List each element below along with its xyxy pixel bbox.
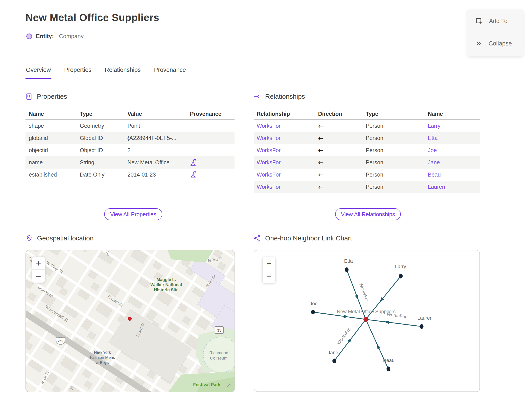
poi-label: Festival Park [193, 382, 220, 387]
poi-label: Maggie L. [157, 277, 176, 282]
zoom-out-button[interactable]: − [263, 270, 275, 283]
table-row: WorksFor ← Person Jane [254, 156, 480, 169]
table-row: objectid Object ID 2 [26, 144, 234, 156]
col-type: Type [76, 111, 124, 117]
relationship-link[interactable]: WorksFor [254, 171, 315, 178]
add-to-label: Add To [489, 18, 508, 25]
map-zoom-control: + − [32, 256, 45, 283]
geospatial-map[interactable]: k Rd W Clay St Sa arshall St W Marshall … [26, 250, 235, 392]
svg-text:New Metal Office Suppliers: New Metal Office Suppliers [337, 309, 396, 314]
entity-type-icon [26, 34, 32, 39]
table-row: shape Geometry Point [26, 120, 234, 132]
double-chevron-right-icon [475, 40, 482, 47]
quick-actions-panel: Add To Collapse [467, 10, 523, 56]
relationship-link[interactable]: WorksFor [254, 135, 315, 141]
svg-text:WorksFor: WorksFor [359, 282, 370, 303]
page-title: New Metal Office Suppliers [26, 12, 159, 24]
direction-arrow: ← [315, 159, 363, 166]
zoom-out-button[interactable]: − [32, 270, 45, 283]
chart-zoom-control: + − [263, 257, 275, 283]
properties-icon [26, 93, 32, 100]
collapse-label: Collapse [489, 40, 512, 47]
entity-link[interactable]: Larry [425, 123, 480, 129]
svg-text:Joe: Joe [310, 301, 317, 306]
svg-text:Etta: Etta [344, 258, 353, 264]
relationships-icon [254, 93, 261, 100]
table-row: name String New Metal Office ... [26, 156, 234, 169]
entity-detail-page: New Metal Office Suppliers Entity: Compa… [0, 0, 532, 405]
svg-text:33: 33 [217, 328, 221, 332]
view-all-relationships-button[interactable]: View All Relationships [335, 208, 401, 220]
link-chart-section-title: One-hop Neighbor Link Chart [265, 234, 352, 242]
relationship-link[interactable]: WorksFor [254, 123, 315, 129]
add-to-icon [475, 17, 483, 25]
svg-text:Jane: Jane [328, 350, 338, 355]
relationship-link[interactable]: WorksFor [254, 159, 315, 166]
geospatial-section-title: Geospatial location [37, 234, 93, 242]
entity-link[interactable]: Lauren [425, 184, 480, 190]
table-row: WorksFor ← Person Beau [254, 169, 480, 181]
table-row: WorksFor ← Person Larry [254, 120, 480, 132]
provenance-flag-icon[interactable] [190, 171, 197, 179]
entity-label: Entity: [36, 33, 54, 40]
svg-text:Beau: Beau [383, 358, 394, 363]
svg-text:Lauren: Lauren [417, 315, 433, 321]
svg-text:Coliseum: Coliseum [210, 356, 227, 360]
collapse-button[interactable]: Collapse [475, 40, 512, 47]
col-provenance: Provenance [187, 111, 234, 117]
svg-text:Walker National: Walker National [151, 282, 182, 287]
entity-link[interactable]: Beau [425, 171, 480, 178]
properties-section-header: Properties [26, 93, 67, 100]
tab-overview[interactable]: Overview [26, 67, 51, 79]
zoom-in-button[interactable]: + [263, 257, 275, 270]
col-name: Name [26, 111, 76, 117]
tab-relationships[interactable]: Relationships [104, 67, 141, 79]
poi-label: New York [94, 350, 111, 355]
svg-text:250: 250 [58, 339, 63, 343]
tab-provenance[interactable]: Provenance [154, 67, 186, 79]
svg-text:WorksFor: WorksFor [336, 326, 352, 345]
table-row: WorksFor ← Person Joe [254, 144, 480, 156]
tab-properties[interactable]: Properties [64, 67, 92, 79]
direction-arrow: ← [315, 183, 363, 191]
svg-text:& Boys: & Boys [96, 360, 109, 365]
entity-badge: Entity: Company [26, 33, 84, 40]
geospatial-section-header: Geospatial location [26, 234, 93, 242]
properties-table-header: Name Type Value Provenance [26, 108, 234, 120]
svg-text:Fashion Mens: Fashion Mens [90, 355, 115, 360]
add-to-button[interactable]: Add To [475, 17, 508, 25]
link-chart-canvas: WorksForWorksForWorksForEttaLarryJoeLaur… [254, 250, 480, 392]
properties-section-title: Properties [37, 93, 67, 100]
one-hop-link-chart[interactable]: WorksForWorksForWorksForEttaLarryJoeLaur… [254, 250, 480, 392]
view-all-properties-button[interactable]: View All Properties [104, 208, 162, 220]
direction-arrow: ← [315, 134, 363, 142]
entity-link[interactable]: Joe [425, 147, 480, 154]
col-value: Value [124, 111, 187, 117]
route-shield-33: 33 [215, 326, 223, 334]
link-chart-section-header: One-hop Neighbor Link Chart [254, 234, 352, 242]
poi-label: Richmond [209, 351, 228, 355]
svg-text:Historic Site: Historic Site [154, 287, 179, 292]
entity-link[interactable]: Etta [425, 135, 480, 141]
svg-text:Larry: Larry [395, 264, 406, 269]
tab-bar: Overview Properties Relationships Proven… [26, 67, 186, 79]
provenance-flag-icon[interactable] [190, 159, 197, 166]
relationships-table-header: Relationship Direction Type Name [254, 108, 480, 120]
entity-link[interactable]: Jane [425, 159, 480, 166]
entity-type: Company [59, 33, 84, 40]
direction-arrow: ← [315, 122, 363, 130]
location-marker[interactable] [128, 317, 132, 321]
direction-arrow: ← [315, 171, 363, 179]
relationship-link[interactable]: WorksFor [254, 147, 315, 154]
zoom-in-button[interactable]: + [32, 256, 45, 270]
table-row: WorksFor ← Person Etta [254, 132, 480, 144]
relationship-link[interactable]: WorksFor [254, 184, 315, 190]
relationships-section-title: Relationships [265, 93, 305, 100]
link-chart-icon [254, 235, 261, 242]
table-row: established Date Only 2014-01-23 [26, 169, 234, 181]
direction-arrow: ← [315, 146, 363, 154]
table-row: globalid Global ID {A228944F-0EF5-... [26, 132, 234, 144]
relationships-table: Relationship Direction Type Name WorksFo… [254, 108, 480, 193]
map-pin-icon [26, 235, 33, 242]
table-row: WorksFor ← Person Lauren [254, 181, 480, 193]
